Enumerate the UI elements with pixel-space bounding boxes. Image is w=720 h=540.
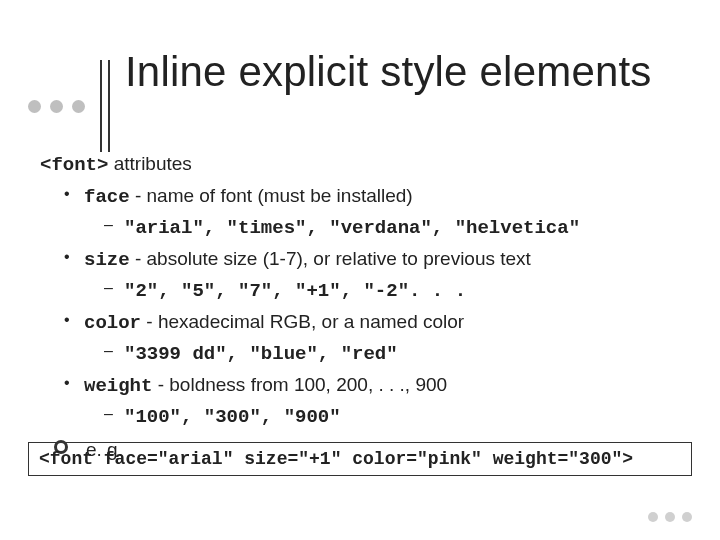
attr-weight-example: "100", "300", "900" xyxy=(40,402,680,432)
attr-name: face xyxy=(84,186,130,208)
decor-divider xyxy=(100,60,110,152)
decor-dot xyxy=(648,512,658,522)
intro-line: <font> attributes xyxy=(40,150,680,180)
title-block: Inline explicit style elements xyxy=(0,26,720,121)
attr-desc: - name of font (must be installed) xyxy=(130,185,413,206)
attr-size: size - absolute size (1-7), or relative … xyxy=(40,245,680,275)
attr-example: "2", "5", "7", "+1", "-2". . . xyxy=(124,280,466,302)
intro-tag: <font> xyxy=(40,154,108,176)
attr-name: weight xyxy=(84,375,152,397)
attr-example: "3399 dd", "blue", "red" xyxy=(124,343,398,365)
decor-dot xyxy=(28,100,41,113)
attr-face: face - name of font (must be installed) xyxy=(40,182,680,212)
attr-name: size xyxy=(84,249,130,271)
attr-face-example: "arial", "times", "verdana", "helvetica" xyxy=(40,213,680,243)
title-decor xyxy=(28,60,110,152)
slide-content: <font> attributes face - name of font (m… xyxy=(40,150,680,463)
decor-dot xyxy=(50,100,63,113)
intro-suffix: attributes xyxy=(108,153,191,174)
decor-dot xyxy=(682,512,692,522)
attr-example: "arial", "times", "verdana", "helvetica" xyxy=(124,217,580,239)
attr-color: color - hexadecimal RGB, or a named colo… xyxy=(40,308,680,338)
attr-desc: - boldness from 100, 200, . . ., 900 xyxy=(152,374,447,395)
attr-name: color xyxy=(84,312,141,334)
slide-title: Inline explicit style elements xyxy=(125,48,652,96)
decor-dot xyxy=(665,512,675,522)
attr-weight: weight - boldness from 100, 200, . . ., … xyxy=(40,371,680,401)
attr-desc: - hexadecimal RGB, or a named color xyxy=(141,311,464,332)
attr-color-example: "3399 dd", "blue", "red" xyxy=(40,339,680,369)
attr-size-example: "2", "5", "7", "+1", "-2". . . xyxy=(40,276,680,306)
decor-dot xyxy=(72,100,85,113)
footer-decor xyxy=(648,512,692,522)
attr-desc: - absolute size (1-7), or relative to pr… xyxy=(130,248,531,269)
attr-example: "100", "300", "900" xyxy=(124,406,341,428)
slide: Inline explicit style elements <font> at… xyxy=(0,0,720,540)
code-example-box: <font face="arial" size="+1" color="pink… xyxy=(28,442,692,476)
